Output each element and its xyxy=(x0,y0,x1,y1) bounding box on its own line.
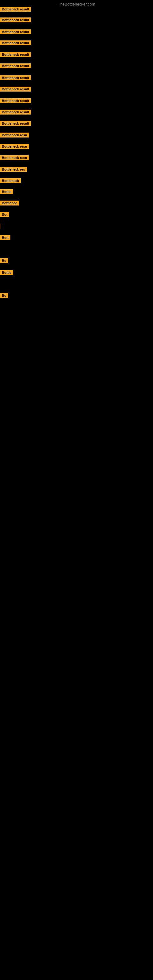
badge-container-21: Bo xyxy=(0,258,8,264)
bottleneck-result-badge-12: Bottleneck resu xyxy=(0,133,29,137)
badge-container-11: Bottleneck result xyxy=(0,121,31,127)
badge-container-16: Bottleneck xyxy=(0,178,21,185)
badge-container-10: Bottleneck result xyxy=(0,110,31,116)
badge-container-23: Bo xyxy=(0,293,8,299)
badge-container-22: Bottle xyxy=(0,270,13,276)
badge-container-7: Bottleneck result xyxy=(0,75,31,81)
bottleneck-result-badge-10: Bottleneck result xyxy=(0,110,31,115)
bottleneck-result-badge-17: Bottle xyxy=(0,189,13,194)
badge-container-15: Bottleneck res xyxy=(0,167,27,173)
bottleneck-result-badge-21: Bo xyxy=(0,258,8,263)
badge-container-5: Bottleneck result xyxy=(0,52,31,58)
bottleneck-result-badge-9: Bottleneck result xyxy=(0,98,31,103)
bottleneck-result-badge-13: Bottleneck resu xyxy=(0,144,29,149)
badge-container-2: Bottleneck result xyxy=(0,18,31,24)
bottleneck-result-badge-3: Bottleneck result xyxy=(0,29,31,34)
badge-container-17: Bottle xyxy=(0,189,13,196)
bottleneck-result-badge-7: Bottleneck result xyxy=(0,75,31,80)
bottleneck-result-badge-1: Bottleneck result xyxy=(0,7,31,12)
bottleneck-result-badge-16: Bottleneck xyxy=(0,178,21,183)
bottleneck-result-badge-4: Bottleneck result xyxy=(0,40,31,45)
badge-container-1: Bottleneck result xyxy=(0,7,31,13)
badge-container-3: Bottleneck result xyxy=(0,29,31,35)
badge-container-18: Bottlenec xyxy=(0,200,19,207)
bottleneck-result-badge-6: Bottleneck result xyxy=(0,64,31,68)
badge-container-20: Bott xyxy=(0,235,10,241)
bottleneck-result-badge-5: Bottleneck result xyxy=(0,52,31,57)
badge-container-6: Bottleneck result xyxy=(0,64,31,70)
bottleneck-result-badge-8: Bottleneck result xyxy=(0,87,31,92)
vertical-line-1 xyxy=(1,224,1,229)
badge-container-12: Bottleneck resu xyxy=(0,133,29,139)
bottleneck-result-badge-11: Bottleneck result xyxy=(0,121,31,126)
bottleneck-result-badge-14: Bottleneck resu xyxy=(0,155,29,160)
badge-container-8: Bottleneck result xyxy=(0,87,31,93)
bottleneck-result-badge-22: Bottle xyxy=(0,270,13,275)
badge-container-19: Bot xyxy=(0,212,9,218)
badge-container-4: Bottleneck result xyxy=(0,40,31,46)
bottleneck-result-badge-23: Bo xyxy=(0,293,8,298)
bottleneck-result-badge-18: Bottlenec xyxy=(0,200,19,205)
bottleneck-result-badge-19: Bot xyxy=(0,212,9,217)
badge-container-13: Bottleneck resu xyxy=(0,144,29,150)
bottleneck-result-badge-20: Bott xyxy=(0,235,10,240)
bottleneck-result-badge-2: Bottleneck result xyxy=(0,18,31,22)
badge-container-14: Bottleneck resu xyxy=(0,155,29,161)
badge-container-9: Bottleneck result xyxy=(0,98,31,105)
bottleneck-result-badge-15: Bottleneck res xyxy=(0,167,27,172)
